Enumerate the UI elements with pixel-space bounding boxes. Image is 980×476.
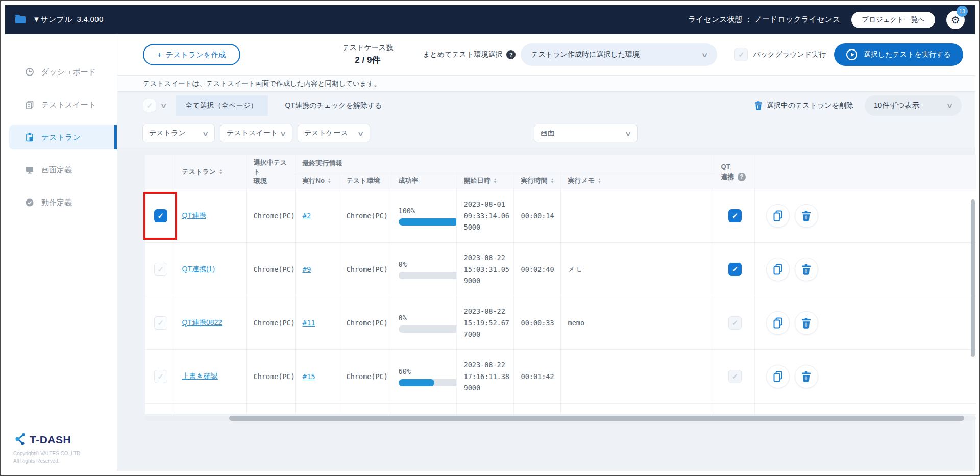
delete-selected-button[interactable]: 選択中のテストランを削除: [754, 101, 853, 110]
exec-no-link[interactable]: #9: [303, 265, 311, 273]
chevron-down-icon: ∨: [280, 130, 287, 137]
qt-link-checkbox[interactable]: ✓: [728, 209, 742, 222]
sidebar-item-screen-def[interactable]: 画面定義: [9, 158, 117, 182]
plus-icon: +: [157, 51, 161, 59]
row-checkbox[interactable]: ✓: [154, 209, 167, 222]
header-success-rate: 成功率: [391, 172, 456, 189]
sort-icon[interactable]: ▲▼: [598, 178, 601, 184]
copyright-line2: All Rights Reserved.: [13, 457, 82, 465]
exec-no-link[interactable]: #15: [303, 372, 315, 381]
help-icon[interactable]: ?: [506, 50, 516, 59]
header-qt-link: QT 連携?: [714, 155, 754, 189]
sidebar-item-dashboard[interactable]: ダッシュボード: [9, 60, 117, 84]
top-bar: ▼サンプル_3.4.000 ライセンス状態 ： ノードロックライセンス プロジェ…: [5, 5, 975, 34]
start-datetime-cell: 2023-08-01 09:33:14.065000: [456, 189, 513, 243]
sidebar-item-label: テストスイート: [41, 100, 96, 110]
progress-bar: [399, 272, 459, 279]
row-checkbox[interactable]: ✓: [154, 370, 167, 383]
bulk-env-label: まとめてテスト環境選択: [423, 50, 502, 59]
delete-testrun-button[interactable]: [795, 204, 818, 228]
trash-icon: [801, 264, 811, 275]
select-all-checkbox[interactable]: ✓: [143, 99, 156, 112]
check-circle-icon: [24, 197, 35, 208]
bulk-env-select[interactable]: テストラン作成時に選択した環境 ∨: [521, 43, 717, 66]
monitor-icon: [24, 165, 35, 175]
copy-testrun-button[interactable]: [766, 311, 790, 335]
sort-icon[interactable]: ▲▼: [219, 169, 223, 175]
exec-no-link[interactable]: #11: [303, 319, 315, 327]
select-all-pages-button[interactable]: 全て選択（全ページ）: [176, 95, 268, 116]
notification-badge: 13: [957, 6, 968, 17]
copy-testrun-button[interactable]: [766, 258, 790, 281]
row-checkbox[interactable]: ✓: [154, 263, 167, 276]
sort-icon[interactable]: ▲▼: [494, 178, 497, 184]
table-row: ✓ QT連携 Chrome(PC) #2 Chrome(PC) 100%: [145, 189, 976, 243]
copy-testrun-button[interactable]: [766, 365, 790, 388]
sidebar-item-label: ダッシュボード: [41, 67, 96, 77]
uncheck-qt-button[interactable]: QT連携のチェックを解除する: [285, 101, 382, 110]
success-rate-cell: 100%: [391, 189, 456, 243]
page-size-select[interactable]: 10件ずつ表示 ∨: [865, 95, 962, 116]
test-env-cell: Chrome(PC): [339, 243, 391, 296]
testrun-name-link[interactable]: 上書き確認: [182, 372, 218, 380]
background-exec-checkbox[interactable]: ✓: [734, 48, 748, 61]
filter-testcase-select[interactable]: テストケース ∨: [298, 124, 370, 142]
table-row: ✓ QT連携0822 Chrome(PC) #11 Chrome(PC) 0% …: [145, 296, 976, 350]
delete-testrun-button[interactable]: [795, 311, 818, 335]
chevron-down-icon: ∨: [946, 102, 953, 109]
testsuite-docs-icon: [24, 99, 35, 110]
test-env-cell: Chrome(PC): [339, 350, 391, 404]
sidebar-item-testsuite[interactable]: テストスイート: [9, 92, 117, 117]
sidebar-item-testrun[interactable]: テストラン: [9, 125, 117, 149]
project-name-dropdown[interactable]: ▼サンプル_3.4.000: [33, 15, 104, 24]
header-test-env: テスト環境: [339, 172, 391, 189]
copyright-line1: Copyright© VALTES CO.,LTD.: [13, 449, 82, 457]
bulk-env-group: まとめてテスト環境選択 ?: [423, 50, 516, 59]
horizontal-scrollbar[interactable]: [229, 416, 964, 421]
delete-testrun-button[interactable]: [795, 258, 818, 281]
success-rate-cell: 0%: [391, 296, 456, 350]
testrun-name-link[interactable]: QT連携(1): [182, 265, 215, 273]
filter-testsuite-select[interactable]: テストスイート ∨: [220, 124, 292, 142]
chevron-down-icon: ∨: [625, 130, 632, 137]
select-options-chevron-icon[interactable]: ∨: [160, 102, 167, 109]
selected-env-cell: Chrome(PC): [246, 189, 295, 243]
copy-testrun-button[interactable]: [766, 204, 790, 228]
testrun-name-link[interactable]: QT連携0822: [182, 318, 223, 327]
qt-link-checkbox[interactable]: ✓: [728, 263, 742, 276]
testcase-count-label: テストケース数: [342, 43, 394, 53]
exec-time-cell: 00:01:42: [513, 350, 560, 404]
create-testrun-button[interactable]: + テストランを作成: [143, 44, 240, 65]
topbar-right-group: ライセンス状態 ： ノードロックライセンス プロジェクト一覧へ ⚙ 13: [688, 11, 965, 29]
table-row: ✓ 上書き確認 Chrome(PC) #15 Chrome(PC) 60% 20…: [145, 350, 976, 404]
header-actions-column: [754, 155, 976, 189]
testrun-name-link[interactable]: QT連携: [182, 211, 206, 219]
background-exec-group: ✓ バックグラウンド実行: [734, 48, 826, 61]
project-list-button[interactable]: プロジェクト一覧へ: [851, 12, 935, 28]
app-window: ▼サンプル_3.4.000 ライセンス状態 ： ノードロックライセンス プロジェ…: [5, 5, 975, 471]
copy-icon: [773, 264, 783, 275]
start-datetime-cell: 2023-08-22 15:03:31.059000: [456, 243, 513, 296]
delete-testrun-button[interactable]: [795, 365, 818, 388]
exec-no-link[interactable]: #2: [303, 212, 311, 220]
vertical-scrollbar[interactable]: [971, 199, 975, 357]
sort-icon[interactable]: ▲▼: [551, 178, 554, 184]
sidebar-item-action-def[interactable]: 動作定義: [9, 190, 117, 215]
run-selected-tests-button[interactable]: 選択したテストを実行する: [834, 43, 963, 66]
sort-icon[interactable]: ▲▼: [328, 178, 331, 184]
start-datetime-cell: 2023-08-22 15:19:52.677000: [456, 296, 513, 350]
main-content: + テストランを作成 テストケース数 2 / 9件 まとめてテスト環境選択 ? …: [117, 34, 975, 471]
filter-testrun-select[interactable]: テストラン ∨: [142, 124, 215, 142]
help-icon[interactable]: ?: [738, 173, 746, 181]
progress-bar: [399, 325, 459, 333]
header-exec-memo: 実行メモ ▲▼: [560, 172, 714, 189]
row-checkbox[interactable]: ✓: [154, 316, 167, 330]
toolbar: + テストランを作成 テストケース数 2 / 9件 まとめてテスト環境選択 ? …: [117, 34, 975, 75]
header-last-exec-group: 最終実行情報: [295, 155, 714, 172]
sidebar: ダッシュボード テストスイート テストラン: [5, 34, 117, 471]
exec-memo-cell: [560, 350, 714, 404]
screenshot-frame: ▼サンプル_3.4.000 ライセンス状態 ： ノードロックライセンス プロジェ…: [0, 0, 980, 476]
exec-time-cell: 00:02:40: [513, 243, 560, 296]
filter-screen-select[interactable]: 画面 ∨: [534, 124, 638, 142]
selection-bar: ✓ ∨ 全て選択（全ページ） QT連携のチェックを解除する 選択中のテストランを…: [117, 91, 975, 119]
